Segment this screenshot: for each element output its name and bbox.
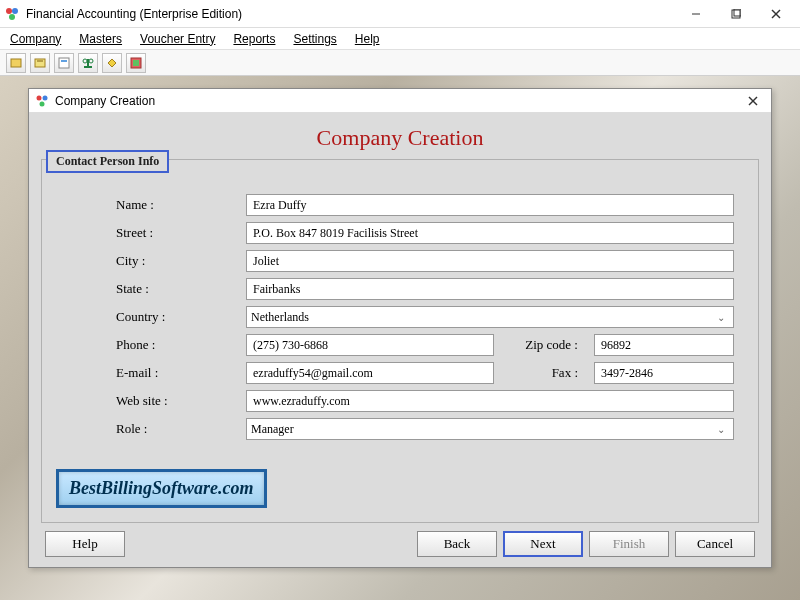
svg-point-0 <box>6 8 12 14</box>
phone-field[interactable] <box>246 334 494 356</box>
svg-rect-12 <box>61 60 67 62</box>
label-city: City : <box>116 253 236 269</box>
svg-point-22 <box>40 101 45 106</box>
toolbar <box>0 50 800 76</box>
toolbar-btn-6[interactable] <box>126 53 146 73</box>
svg-point-15 <box>83 59 87 63</box>
website-field[interactable] <box>246 390 734 412</box>
toolbar-btn-3[interactable] <box>54 53 74 73</box>
toolbar-btn-1[interactable] <box>6 53 26 73</box>
svg-point-21 <box>43 95 48 100</box>
menu-settings[interactable]: Settings <box>293 32 336 46</box>
svg-marker-17 <box>108 59 116 67</box>
zip-field[interactable] <box>594 334 734 356</box>
cancel-button[interactable]: Cancel <box>675 531 755 557</box>
finish-button: Finish <box>589 531 669 557</box>
modal-heading: Company Creation <box>41 125 759 151</box>
label-name: Name : <box>116 197 236 213</box>
next-button[interactable]: Next <box>503 531 583 557</box>
modal-titlebar: Company Creation <box>29 89 771 113</box>
maximize-button[interactable] <box>716 3 756 25</box>
modal-title: Company Creation <box>55 94 741 108</box>
label-fax: Fax : <box>504 365 584 381</box>
chevron-down-icon: ⌄ <box>717 312 729 323</box>
app-title: Financial Accounting (Enterprise Edition… <box>26 7 676 21</box>
svg-rect-19 <box>133 60 139 66</box>
svg-rect-11 <box>59 58 69 68</box>
help-button[interactable]: Help <box>45 531 125 557</box>
app-icon <box>4 6 20 22</box>
label-phone: Phone : <box>116 337 236 353</box>
name-field[interactable] <box>246 194 734 216</box>
company-creation-dialog: Company Creation Company Creation Contac… <box>28 88 772 568</box>
svg-point-16 <box>89 59 93 63</box>
svg-point-2 <box>9 14 15 20</box>
svg-rect-9 <box>35 59 45 67</box>
label-website: Web site : <box>116 393 236 409</box>
label-zip: Zip code : <box>504 337 584 353</box>
menu-company[interactable]: Company <box>10 32 61 46</box>
section-tab: Contact Person Info <box>46 150 169 173</box>
role-value: Manager <box>251 422 294 437</box>
toolbar-btn-5[interactable] <box>102 53 122 73</box>
menubar: Company Masters Voucher Entry Reports Se… <box>0 28 800 50</box>
main-titlebar: Financial Accounting (Enterprise Edition… <box>0 0 800 28</box>
form-area: Contact Person Info Name : Street : City… <box>41 159 759 523</box>
label-state: State : <box>116 281 236 297</box>
label-country: Country : <box>116 309 236 325</box>
modal-icon <box>35 94 49 108</box>
svg-rect-4 <box>732 10 740 18</box>
menu-masters[interactable]: Masters <box>79 32 122 46</box>
chevron-down-icon: ⌄ <box>717 424 729 435</box>
menu-voucher[interactable]: Voucher Entry <box>140 32 215 46</box>
fax-field[interactable] <box>594 362 734 384</box>
country-select[interactable]: Netherlands ⌄ <box>246 306 734 328</box>
toolbar-btn-4[interactable] <box>78 53 98 73</box>
city-field[interactable] <box>246 250 734 272</box>
label-street: Street : <box>116 225 236 241</box>
button-row: Help Back Next Finish Cancel <box>41 531 759 557</box>
role-select[interactable]: Manager ⌄ <box>246 418 734 440</box>
label-role: Role : <box>116 421 236 437</box>
menu-reports[interactable]: Reports <box>233 32 275 46</box>
email-field[interactable] <box>246 362 494 384</box>
minimize-button[interactable] <box>676 3 716 25</box>
toolbar-btn-2[interactable] <box>30 53 50 73</box>
modal-close-button[interactable] <box>741 92 765 110</box>
branding-banner: BestBillingSoftware.com <box>56 469 267 508</box>
back-button[interactable]: Back <box>417 531 497 557</box>
menu-help[interactable]: Help <box>355 32 380 46</box>
svg-point-20 <box>37 95 42 100</box>
svg-point-1 <box>12 8 18 14</box>
state-field[interactable] <box>246 278 734 300</box>
label-email: E-mail : <box>116 365 236 381</box>
close-button[interactable] <box>756 3 796 25</box>
svg-rect-8 <box>11 59 21 67</box>
country-value: Netherlands <box>251 310 309 325</box>
street-field[interactable] <box>246 222 734 244</box>
